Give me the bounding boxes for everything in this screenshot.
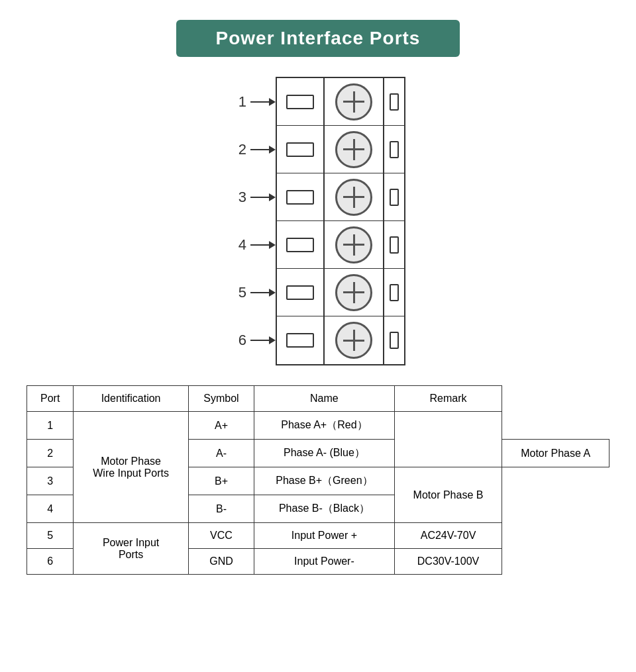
arrow-line-5 bbox=[250, 292, 269, 293]
side-slot-2 bbox=[384, 126, 404, 173]
cell-identification: Motor Phase Wire Input Ports bbox=[74, 412, 188, 523]
side-rect-6 bbox=[390, 332, 399, 349]
wire-slot-5 bbox=[277, 269, 323, 316]
arrow-line-4 bbox=[250, 244, 269, 246]
side-connectors bbox=[384, 78, 404, 364]
screw-slot-1 bbox=[325, 78, 383, 126]
arrow-4 bbox=[250, 241, 276, 249]
diagram-area: 1 2 3 4 bbox=[231, 77, 405, 365]
cell-port: 4 bbox=[27, 495, 74, 523]
arrow-line-6 bbox=[250, 340, 269, 341]
cell-remark: Motor Phase B bbox=[394, 467, 502, 523]
screw-terminals bbox=[325, 78, 384, 364]
cell-identification: Power Input Ports bbox=[74, 523, 188, 575]
cell-symbol: A- bbox=[188, 440, 254, 467]
cell-name: Phase A- (Blue） bbox=[254, 440, 395, 467]
wire-slot-inner-4 bbox=[286, 238, 314, 252]
port-table: Port Identification Symbol Name Remark 1… bbox=[26, 385, 610, 575]
table-header-row: Port Identification Symbol Name Remark bbox=[27, 386, 610, 412]
arrow-6 bbox=[250, 336, 276, 344]
col-header-remark: Remark bbox=[394, 386, 502, 412]
title-box: Power Interface Ports bbox=[176, 20, 460, 57]
wire-slot-inner-6 bbox=[286, 333, 314, 348]
arrow-5 bbox=[250, 289, 276, 297]
port-number-4: 4 bbox=[231, 236, 246, 254]
port-number-3: 3 bbox=[231, 189, 246, 206]
terminal-block bbox=[276, 77, 405, 365]
cell-remark: DC30V-100V bbox=[394, 549, 502, 575]
wire-slot-1 bbox=[277, 78, 323, 126]
arrow-3 bbox=[250, 193, 276, 201]
side-rect-5 bbox=[390, 284, 399, 301]
screw-circle-1 bbox=[335, 83, 372, 120]
port-number-2: 2 bbox=[231, 141, 246, 158]
arrow-head-2 bbox=[269, 146, 276, 154]
port-row-4: 4 bbox=[231, 221, 276, 269]
screw-slot-4 bbox=[325, 221, 383, 269]
arrow-head-6 bbox=[269, 336, 276, 344]
screw-slot-2 bbox=[325, 126, 383, 173]
cell-name: Phase B+（Green） bbox=[254, 467, 395, 495]
screw-line-v-5 bbox=[353, 282, 355, 303]
col-header-port: Port bbox=[27, 386, 74, 412]
table-row: 5 Power Input Ports VCC Input Power + AC… bbox=[27, 523, 610, 549]
screw-circle-4 bbox=[335, 226, 372, 264]
wire-slot-6 bbox=[277, 316, 323, 364]
screw-line-v-1 bbox=[353, 91, 355, 113]
port-row-5: 5 bbox=[231, 269, 276, 316]
port-row-2: 2 bbox=[231, 126, 276, 173]
screw-circle-5 bbox=[335, 274, 372, 311]
screw-slot-6 bbox=[325, 316, 383, 364]
cell-name: Phase A+（Red） bbox=[254, 412, 395, 440]
col-header-symbol: Symbol bbox=[188, 386, 254, 412]
cell-symbol: B+ bbox=[188, 467, 254, 495]
cell-port: 1 bbox=[27, 412, 74, 440]
port-labels: 1 2 3 4 bbox=[231, 78, 276, 364]
screw-line-v-4 bbox=[353, 234, 355, 256]
cell-remark: Motor Phase A bbox=[502, 440, 610, 467]
wire-slot-inner-5 bbox=[286, 285, 314, 300]
cell-port: 3 bbox=[27, 467, 74, 495]
wire-slot-inner-3 bbox=[286, 190, 314, 205]
arrow-head-1 bbox=[269, 98, 276, 106]
arrow-2 bbox=[250, 146, 276, 154]
screw-slot-5 bbox=[325, 269, 383, 316]
col-header-identification: Identification bbox=[74, 386, 188, 412]
col-header-name: Name bbox=[254, 386, 395, 412]
screw-line-v-3 bbox=[353, 187, 355, 208]
wire-slot-2 bbox=[277, 126, 323, 173]
cell-name: Input Power + bbox=[254, 523, 395, 549]
cell-name: Phase B-（Black） bbox=[254, 495, 395, 523]
arrow-1 bbox=[250, 98, 276, 106]
table-row: 1 Motor Phase Wire Input Ports A+ Phase … bbox=[27, 412, 610, 440]
screw-line-v-2 bbox=[353, 139, 355, 160]
screw-circle-6 bbox=[335, 322, 372, 359]
port-row-1: 1 bbox=[231, 78, 276, 126]
side-slot-1 bbox=[384, 78, 404, 126]
port-number-6: 6 bbox=[231, 332, 246, 349]
cell-name: Input Power- bbox=[254, 549, 395, 575]
wire-slot-inner-2 bbox=[286, 142, 314, 157]
wire-slot-4 bbox=[277, 221, 323, 269]
screw-slot-3 bbox=[325, 173, 383, 221]
side-rect-3 bbox=[390, 189, 399, 206]
cell-port: 2 bbox=[27, 440, 74, 467]
side-rect-4 bbox=[390, 236, 399, 254]
arrow-line-1 bbox=[250, 101, 269, 103]
port-row-6: 6 bbox=[231, 316, 276, 364]
arrow-head-4 bbox=[269, 241, 276, 249]
cell-remark bbox=[394, 412, 502, 467]
arrow-line-3 bbox=[250, 197, 269, 198]
cell-symbol: GND bbox=[188, 549, 254, 575]
cell-remark: AC24V-70V bbox=[394, 523, 502, 549]
screw-line-v-6 bbox=[353, 330, 355, 351]
arrow-line-2 bbox=[250, 149, 269, 150]
port-row-3: 3 bbox=[231, 173, 276, 221]
cell-symbol: VCC bbox=[188, 523, 254, 549]
side-slot-5 bbox=[384, 269, 404, 316]
port-number-5: 5 bbox=[231, 284, 246, 301]
screw-circle-3 bbox=[335, 179, 372, 216]
side-rect-2 bbox=[390, 141, 399, 158]
page-title: Power Interface Ports bbox=[216, 28, 421, 48]
port-number-1: 1 bbox=[231, 93, 246, 111]
